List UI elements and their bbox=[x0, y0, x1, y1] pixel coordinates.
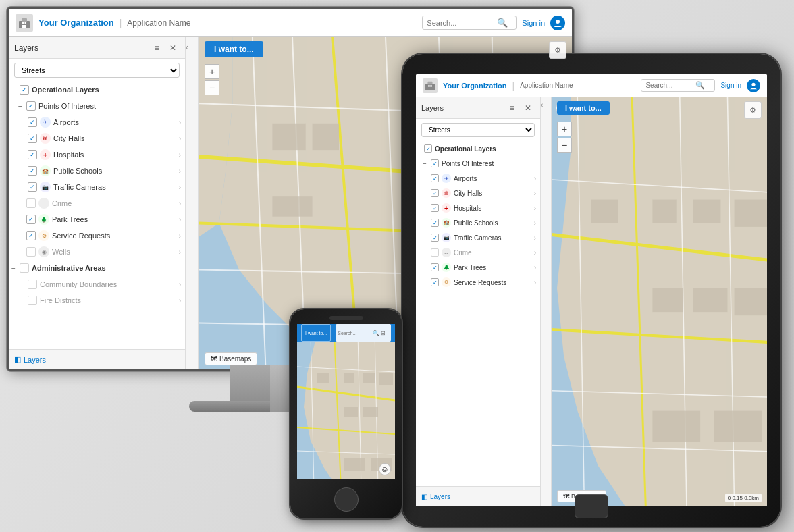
tablet-check-op[interactable]: ✓ bbox=[424, 144, 432, 153]
check-trees[interactable]: ✓ bbox=[26, 215, 36, 224]
community-arrow[interactable]: › bbox=[179, 281, 181, 288]
tablet-i-want-to-button[interactable]: I want to... bbox=[557, 101, 610, 115]
tablet-layers-label[interactable]: Layers bbox=[421, 104, 505, 112]
layers-bottom-button[interactable]: ◧ Layers bbox=[14, 355, 46, 364]
expand-operational-icon[interactable]: − bbox=[11, 86, 20, 94]
crime-arrow[interactable]: › bbox=[179, 200, 181, 207]
user-avatar-icon[interactable] bbox=[550, 16, 565, 30]
wells-arrow[interactable]: › bbox=[179, 248, 181, 256]
expand-poi-icon[interactable]: − bbox=[18, 103, 26, 110]
tablet-check-airports[interactable]: ✓ bbox=[431, 174, 439, 182]
cityhalls-arrow[interactable]: › bbox=[179, 135, 181, 142]
tablet-layer-service[interactable]: ✓ ⚙ Service Requests › bbox=[416, 275, 540, 290]
sidebar-menu-icon[interactable]: ≡ bbox=[150, 41, 163, 55]
tablet-check-service[interactable]: ✓ bbox=[431, 278, 439, 286]
layer-item-crime[interactable]: ⚏ Crime › bbox=[9, 195, 185, 211]
tablet-user-avatar[interactable] bbox=[747, 79, 760, 92]
check-fire[interactable] bbox=[28, 296, 37, 305]
check-airports[interactable]: ✓ bbox=[28, 117, 37, 127]
tablet-hospitals-arrow[interactable]: › bbox=[534, 205, 536, 212]
check-cityhalls[interactable]: ✓ bbox=[28, 134, 37, 143]
tablet-layer-operational[interactable]: − ✓ Operational Layers bbox=[416, 141, 540, 156]
layers-tab-label[interactable]: Layers bbox=[14, 43, 150, 53]
i-want-to-button[interactable]: I want to... bbox=[205, 41, 263, 57]
phone-home-button[interactable] bbox=[334, 487, 359, 512]
tablet-layer-schools[interactable]: ✓ 🏫 Public Schools › bbox=[416, 215, 540, 230]
tablet-layers-bottom-btn[interactable]: ◧ Layers bbox=[421, 493, 450, 500]
sidebar-close-icon[interactable]: ✕ bbox=[166, 41, 180, 55]
check-hospitals[interactable]: ✓ bbox=[28, 150, 37, 159]
phone-grid-icon[interactable]: ⊞ bbox=[381, 330, 386, 336]
check-operational[interactable]: ✓ bbox=[20, 85, 29, 95]
layer-item-operational[interactable]: − ✓ Operational Layers bbox=[9, 82, 185, 98]
service-arrow[interactable]: › bbox=[179, 232, 181, 240]
layer-item-trees[interactable]: ✓ 🌲 Park Trees › bbox=[9, 211, 185, 228]
map-tools-icon[interactable]: ⚙ bbox=[549, 41, 566, 59]
cameras-arrow[interactable]: › bbox=[179, 184, 181, 191]
basemaps-button[interactable]: 🗺 Basemaps bbox=[205, 352, 257, 365]
phone-search-input[interactable] bbox=[338, 331, 371, 336]
check-service[interactable]: ✓ bbox=[26, 231, 36, 240]
tablet-zoom-in[interactable]: + bbox=[557, 122, 572, 136]
layer-item-community[interactable]: Community Boundaries › bbox=[9, 276, 185, 292]
expand-admin-icon[interactable]: − bbox=[11, 265, 20, 272]
tablet-check-schools[interactable]: ✓ bbox=[431, 219, 439, 227]
layer-item-admin[interactable]: − Administrative Areas bbox=[9, 260, 185, 276]
tablet-layer-poi[interactable]: − ✓ Points Of Interest bbox=[416, 156, 540, 171]
tablet-tools-icon[interactable]: ⚙ bbox=[744, 101, 762, 119]
fire-arrow[interactable]: › bbox=[179, 297, 181, 304]
check-cameras[interactable]: ✓ bbox=[28, 182, 37, 192]
tablet-crime-arrow[interactable]: › bbox=[534, 249, 536, 257]
tablet-sign-in[interactable]: Sign in bbox=[720, 82, 741, 89]
hospitals-arrow[interactable]: › bbox=[179, 151, 181, 159]
sign-in-link[interactable]: Sign in bbox=[522, 19, 545, 27]
phone-search-bar[interactable]: 🔍 ⊞ bbox=[336, 324, 391, 342]
tablet-search-input[interactable] bbox=[645, 82, 693, 89]
tablet-layer-cityhalls[interactable]: ✓ 🏛 City Halls › bbox=[416, 186, 540, 201]
tablet-menu-icon[interactable]: ≡ bbox=[505, 101, 519, 115]
schools-arrow[interactable]: › bbox=[179, 167, 181, 175]
zoom-in-button[interactable]: + bbox=[205, 64, 219, 79]
tablet-layer-airports[interactable]: ✓ ✈ Airports › bbox=[416, 171, 540, 186]
tablet-layer-cameras[interactable]: ✓ 📷 Traffic Cameras › bbox=[416, 230, 540, 245]
tablet-search-bar[interactable]: 🔍 bbox=[641, 79, 715, 92]
tablet-layer-trees[interactable]: ✓ 🌲 Park Trees › bbox=[416, 260, 540, 275]
tablet-check-crime[interactable] bbox=[431, 248, 439, 257]
tablet-check-cityhalls[interactable]: ✓ bbox=[431, 189, 439, 197]
zoom-out-button[interactable]: − bbox=[205, 80, 219, 95]
layer-item-airports[interactable]: ✓ ✈ Airports › bbox=[9, 114, 185, 130]
tablet-check-trees[interactable]: ✓ bbox=[431, 263, 439, 271]
tablet-expand-poi[interactable]: − bbox=[423, 160, 431, 167]
check-community[interactable] bbox=[28, 280, 37, 289]
check-schools[interactable]: ✓ bbox=[28, 166, 37, 176]
tablet-check-cameras[interactable]: ✓ bbox=[431, 234, 439, 242]
search-bar[interactable]: 🔍 bbox=[422, 16, 517, 30]
layer-item-service[interactable]: ✓ ⚙ Service Requests › bbox=[9, 228, 185, 244]
layer-item-schools[interactable]: ✓ 🏫 Public Schools › bbox=[9, 163, 185, 179]
tablet-cameras-arrow[interactable]: › bbox=[534, 234, 536, 242]
tablet-airports-arrow[interactable]: › bbox=[534, 175, 536, 182]
layer-item-wells[interactable]: ◉ Wells › bbox=[9, 244, 185, 260]
layer-item-poi[interactable]: − ✓ Points Of Interest bbox=[9, 98, 185, 114]
tablet-layer-hospitals[interactable]: ✓ + Hospitals › bbox=[416, 201, 540, 215]
tablet-service-arrow[interactable]: › bbox=[534, 279, 536, 286]
tablet-search-icon[interactable]: 🔍 bbox=[695, 81, 705, 90]
check-crime[interactable] bbox=[26, 198, 36, 208]
tablet-close-icon[interactable]: ✕ bbox=[521, 101, 535, 115]
layer-item-fire[interactable]: Fire Districts › bbox=[9, 292, 185, 309]
tablet-schools-arrow[interactable]: › bbox=[534, 219, 536, 227]
layer-item-cameras[interactable]: ✓ 📷 Traffic Cameras › bbox=[9, 179, 185, 195]
layer-item-cityhalls[interactable]: ✓ 🏛 City Halls › bbox=[9, 130, 185, 147]
phone-compass-icon[interactable]: ◎ bbox=[379, 463, 391, 475]
tablet-layer-dropdown[interactable]: Streets bbox=[421, 123, 535, 137]
phone-search-icon[interactable]: 🔍 bbox=[373, 330, 379, 336]
layer-dropdown[interactable]: Streets Satellite bbox=[14, 63, 180, 78]
check-wells[interactable] bbox=[26, 247, 36, 257]
search-icon[interactable]: 🔍 bbox=[497, 18, 508, 28]
tablet-expand-op[interactable]: − bbox=[416, 145, 424, 153]
tablet-cityhalls-arrow[interactable]: › bbox=[534, 190, 536, 197]
tablet-check-poi[interactable]: ✓ bbox=[431, 159, 439, 167]
phone-want-btn[interactable]: I want to... bbox=[301, 324, 331, 342]
check-admin[interactable] bbox=[20, 263, 29, 273]
airports-arrow[interactable]: › bbox=[179, 119, 181, 126]
